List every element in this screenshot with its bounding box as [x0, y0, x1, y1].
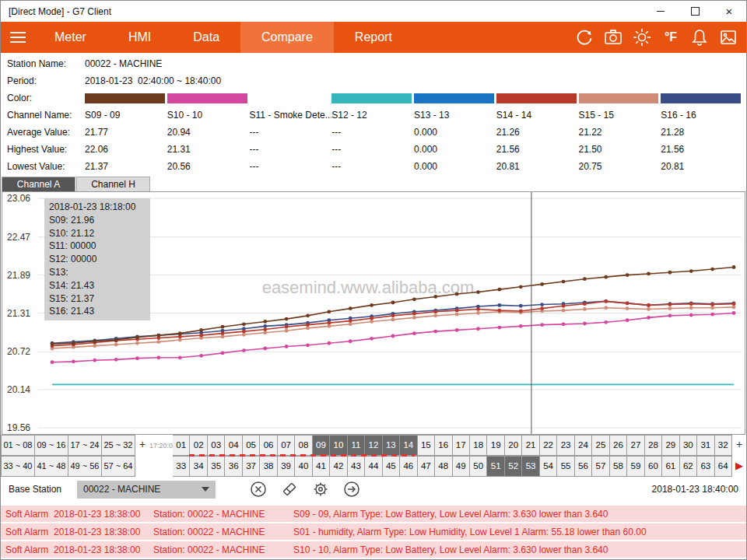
channel-cell-12[interactable]: 12	[365, 435, 382, 456]
channel-cell-36[interactable]: 36	[225, 456, 242, 477]
channel-cell-55[interactable]: 55	[557, 456, 574, 477]
channel-cell-25[interactable]: 25	[592, 435, 609, 456]
channel-cell-37[interactable]: 37	[243, 456, 260, 477]
channel-cell-61[interactable]: 61	[662, 456, 679, 477]
channel-cell-29[interactable]: 29	[662, 435, 679, 456]
range-cell[interactable]: 41 ~ 48	[34, 456, 68, 477]
range-cell[interactable]: 33 ~ 40	[1, 456, 35, 477]
base-station-dropdown[interactable]: 00022 - MACHINE	[77, 481, 216, 499]
channel-cell-50[interactable]: 50	[470, 456, 487, 477]
nav-item-compare[interactable]: Compare	[240, 22, 334, 53]
channel-cell-27[interactable]: 27	[627, 435, 644, 456]
gear-icon[interactable]	[310, 479, 331, 499]
channel-cell-52[interactable]: 52	[505, 456, 522, 477]
channel-cell-44[interactable]: 44	[365, 456, 382, 477]
channel-cell-51[interactable]: 51	[487, 456, 504, 477]
channel-cell-32[interactable]: 32	[715, 435, 732, 456]
channel-cell-63[interactable]: 63	[697, 456, 714, 477]
range-cell[interactable]: 49 ~ 56	[68, 456, 102, 477]
channel-cell-07[interactable]: 07	[278, 435, 295, 456]
channel-cell-39[interactable]: 39	[278, 456, 295, 477]
nav-item-meter[interactable]: Meter	[33, 22, 107, 53]
range-cell[interactable]: 25 ~ 32	[101, 435, 135, 456]
channel-cell-41[interactable]: 41	[313, 456, 330, 477]
alarm-row[interactable]: Soft Alarm2018-01-23 18:38:00Station: 00…	[1, 523, 746, 540]
maximize-button[interactable]	[678, 1, 712, 22]
channel-cell-02[interactable]: 02	[190, 435, 207, 456]
alarm-row[interactable]: Soft Alarm2018-01-23 18:38:00Station: 00…	[1, 541, 746, 558]
channel-cell-24[interactable]: 24	[575, 435, 592, 456]
eraser-icon[interactable]	[279, 479, 300, 499]
fahrenheit-icon[interactable]: °F	[659, 26, 682, 49]
channel-cell-15[interactable]: 15	[418, 435, 435, 456]
nav-item-hmi[interactable]: HMI	[107, 22, 172, 53]
channel-cell-53[interactable]: 53	[522, 456, 539, 477]
channel-cell-48[interactable]: 48	[435, 456, 452, 477]
channel-cell-03[interactable]: 03	[208, 435, 225, 456]
channel-cell-46[interactable]: 46	[400, 456, 417, 477]
channel-cell-47[interactable]: 47	[418, 456, 435, 477]
range-cell[interactable]: 01 ~ 08	[1, 435, 35, 456]
channel-cell-40[interactable]: 40	[295, 456, 312, 477]
close-button[interactable]: ×	[712, 1, 746, 22]
channel-cell-62[interactable]: 62	[680, 456, 697, 477]
channel-cell-17[interactable]: 17	[453, 435, 470, 456]
channel-cell-28[interactable]: 28	[645, 435, 662, 456]
range-cell[interactable]: 17 ~ 24	[68, 435, 102, 456]
channel-cell-57[interactable]: 57	[592, 456, 609, 477]
channel-cell-56[interactable]: 56	[575, 456, 592, 477]
tab-channel-a[interactable]: Channel A	[2, 177, 75, 191]
channel-cell-43[interactable]: 43	[348, 456, 365, 477]
channel-cell-19[interactable]: 19	[487, 435, 504, 456]
channel-cell-22[interactable]: 22	[540, 435, 557, 456]
channel-cell-09[interactable]: 09	[313, 435, 330, 456]
sync-icon[interactable]	[573, 26, 596, 49]
channel-cell-04[interactable]: 04	[225, 435, 242, 456]
channel-cell-45[interactable]: 45	[383, 456, 400, 477]
channel-cell-13[interactable]: 13	[383, 435, 400, 456]
channel-cell-05[interactable]: 05	[243, 435, 260, 456]
brightness-icon[interactable]	[630, 26, 654, 49]
channel-cell-18[interactable]: 18	[470, 435, 487, 456]
go-button[interactable]	[342, 479, 362, 499]
channel-cell-30[interactable]: 30	[680, 435, 697, 456]
channel-cell-49[interactable]: 49	[453, 456, 470, 477]
channel-cell-54[interactable]: 54	[540, 456, 557, 477]
menu-icon[interactable]	[1, 22, 33, 53]
channel-cell-14[interactable]: 14	[400, 435, 417, 456]
expand-plus[interactable]: +	[135, 435, 149, 456]
channel-cell-35[interactable]: 35	[208, 456, 225, 477]
channel-cell-34[interactable]: 34	[190, 456, 207, 477]
alarm-row[interactable]: Soft Alarm2018-01-23 18:38:00Station: 00…	[1, 506, 746, 522]
channel-cell-11[interactable]: 11	[348, 435, 365, 456]
channel-cell-08[interactable]: 08	[295, 435, 312, 456]
channel-cell-10[interactable]: 10	[330, 435, 347, 456]
channel-cell-58[interactable]: 58	[610, 456, 627, 477]
bell-icon[interactable]	[688, 26, 711, 49]
nav-item-data[interactable]: Data	[172, 22, 240, 53]
range-cell[interactable]: 57 ~ 64	[101, 456, 135, 477]
expand-plus[interactable]: +	[732, 435, 746, 456]
channel-cell-42[interactable]: 42	[330, 456, 347, 477]
channel-cell-23[interactable]: 23	[557, 435, 574, 456]
image-icon[interactable]	[717, 26, 740, 49]
channel-cell-31[interactable]: 31	[697, 435, 714, 456]
channel-cell-60[interactable]: 60	[645, 456, 662, 477]
nav-item-report[interactable]: Report	[334, 22, 413, 53]
channel-cell-38[interactable]: 38	[260, 456, 277, 477]
tab-channel-h[interactable]: Channel H	[76, 177, 150, 191]
channel-cell-64[interactable]: 64	[715, 456, 732, 477]
chart-area[interactable]: easemind.www.alibaba.com 23.0622.4721.89…	[2, 191, 745, 435]
next-page-arrow[interactable]: ▶	[732, 456, 746, 477]
channel-cell-16[interactable]: 16	[435, 435, 452, 456]
range-cell[interactable]: 09 ~ 16	[34, 435, 68, 456]
channel-cell-21[interactable]: 21	[522, 435, 539, 456]
camera-icon[interactable]	[601, 26, 625, 49]
minimize-button[interactable]	[644, 1, 678, 22]
channel-cell-01[interactable]: 01	[173, 435, 190, 456]
channel-cell-33[interactable]: 33	[173, 456, 190, 477]
channel-cell-20[interactable]: 20	[505, 435, 522, 456]
channel-cell-26[interactable]: 26	[610, 435, 627, 456]
channel-cell-59[interactable]: 59	[627, 456, 644, 477]
channel-cell-06[interactable]: 06	[260, 435, 277, 456]
